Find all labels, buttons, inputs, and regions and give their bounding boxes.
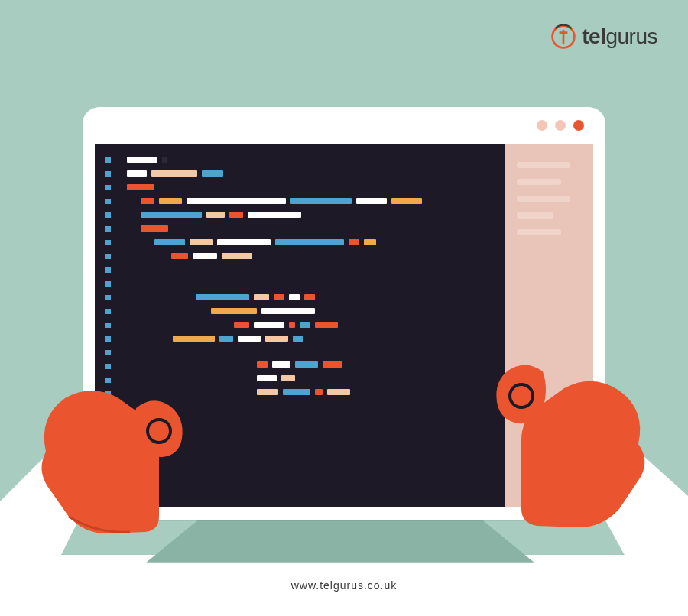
hand-left-illustration: [0, 341, 229, 601]
side-item: [517, 212, 553, 219]
side-item: [517, 229, 561, 235]
logo-mark-icon: [550, 23, 577, 50]
side-item: [517, 162, 570, 168]
window-control-min: [537, 120, 547, 131]
brand-logo: telgurus: [550, 23, 657, 50]
window-control-close: [573, 120, 584, 131]
window-control-max: [555, 120, 566, 131]
window-title-bar: [83, 107, 605, 144]
side-item: [517, 179, 561, 185]
side-item: [517, 196, 570, 202]
website-url: www.telgurus.co.uk: [291, 579, 398, 592]
hand-right-illustration: [466, 326, 688, 601]
logo-text: telgurus: [582, 24, 657, 49]
